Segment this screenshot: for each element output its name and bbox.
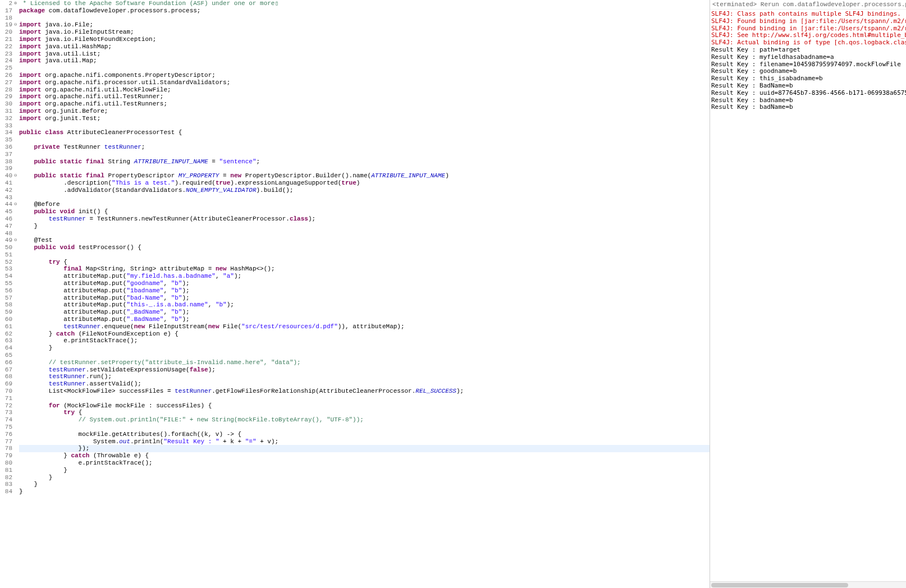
code-line[interactable]: import org.apache.nifi.util.TestRunners; [19,100,710,108]
code-line[interactable]: } [19,474,710,481]
code-line[interactable] [19,151,710,158]
code-line[interactable] [19,165,710,172]
line-number: 46 [0,215,12,223]
code-line[interactable]: public void testProcessor() { [19,244,710,251]
code-line[interactable]: } [19,467,710,474]
line-number: 55 [0,280,12,287]
code-line[interactable]: attributeMap.put("goodname", "b"); [19,280,710,287]
code-line[interactable] [19,424,710,431]
code-line[interactable]: import java.util.List; [19,50,710,58]
code-line[interactable] [19,352,710,359]
code-line[interactable] [19,194,710,201]
line-number: 63 [0,337,12,344]
code-line[interactable]: try { [19,409,710,416]
code-line[interactable]: } catch (FileNotFoundException e) { [19,330,710,338]
code-line[interactable]: List<MockFlowFile> successFiles = testRu… [19,388,710,395]
code-line[interactable]: // testRunner.setProperty("attribute_is-… [19,359,710,366]
code-line[interactable]: import org.apache.nifi.util.TestRunner; [19,93,710,100]
line-number: 71 [0,395,12,402]
code-line[interactable]: } [19,344,710,352]
code-line[interactable]: attributeMap.put("bad-Name", "b"); [19,295,710,302]
line-number: 67 [0,366,12,374]
code-line[interactable] [19,136,710,144]
code-line[interactable]: } [19,223,710,230]
code-line[interactable]: import org.apache.nifi.components.Proper… [19,72,710,79]
console-line: Result Key : uuid=877645b7-8396-4566-b17… [711,90,905,97]
code-line[interactable]: public class AttributeCleanerProcessorTe… [19,129,710,136]
code-line[interactable]: System.out.println("Result Key : " + k +… [19,438,710,445]
console-line: SLF4J: Found binding in [jar:file:/Users… [711,18,905,25]
code-line[interactable]: import java.io.FileNotFoundException; [19,36,710,43]
code-line[interactable]: import java.util.HashMap; [19,43,710,50]
code-area[interactable]: * Licensed to the Apache Software Founda… [19,0,710,588]
code-line[interactable]: } [19,488,710,495]
code-line[interactable]: } catch (Throwable e) { [19,452,710,460]
code-line[interactable]: * Licensed to the Apache Software Founda… [19,0,710,7]
line-number: 83 [0,481,12,488]
line-number: 65 [0,352,12,359]
line-number: 73 [0,409,12,416]
code-line[interactable]: e.printStackTrace(); [19,337,710,344]
code-line[interactable]: }); [19,445,710,452]
code-line[interactable] [19,15,710,22]
fold-marker-gutter[interactable]: ⊕⊖⊖⊖⊖ [13,0,19,588]
code-line[interactable] [19,230,710,237]
code-line[interactable]: @Test [19,237,710,244]
code-line[interactable]: public static final PropertyDescriptor M… [19,172,710,180]
code-line[interactable]: testRunner = TestRunners.newTestRunner(A… [19,215,710,223]
code-line[interactable]: attributeMap.put("my.field.has.a.badname… [19,273,710,280]
line-number: 41 [0,180,12,187]
code-line[interactable]: import org.junit.Before; [19,108,710,115]
code-line[interactable]: import org.apache.nifi.util.MockFlowFile… [19,86,710,94]
scrollbar-thumb[interactable] [711,583,848,587]
console-output[interactable]: SLF4J: Class path contains multiple SLF4… [710,10,906,525]
line-number: 54 [0,273,12,280]
code-line[interactable]: public void init() { [19,208,710,215]
console-panel: <terminated> Rerun com.dataflowdeveloper… [710,0,906,588]
code-line[interactable]: import org.apache.nifi.processor.util.St… [19,79,710,86]
line-number: 51 [0,251,12,259]
line-number: 40 [0,172,12,180]
code-line[interactable] [19,122,710,130]
code-line[interactable]: public static final String ATTRIBUTE_INP… [19,158,710,166]
code-line[interactable]: final Map<String, String> attributeMap =… [19,265,710,273]
code-line[interactable]: try { [19,259,710,266]
code-line[interactable]: } [19,481,710,488]
code-line[interactable]: testRunner.enqueue(new FileInputStream(n… [19,323,710,330]
code-line[interactable]: attributeMap.put("_BadName", "b"); [19,309,710,316]
code-line[interactable]: import java.io.File; [19,21,710,29]
line-number: 53 [0,265,12,273]
code-editor[interactable]: 2171819202122232425262728293031323334353… [0,0,710,588]
code-line[interactable]: attributeMap.put("1badname", "b"); [19,287,710,295]
code-line[interactable]: e.printStackTrace(); [19,460,710,467]
code-line[interactable]: // System.out.println("FILE:" + new Stri… [19,416,710,424]
horizontal-scrollbar[interactable] [710,581,906,588]
code-line[interactable]: for (MockFlowFile mockFile : successFile… [19,402,710,410]
code-line[interactable]: package com.dataflowdeveloper.processors… [19,7,710,15]
code-line[interactable] [19,395,710,402]
line-number: 61 [0,323,12,330]
line-number: 25 [0,65,12,72]
code-line[interactable] [19,251,710,259]
code-line[interactable]: private TestRunner testRunner; [19,144,710,151]
line-number: 21 [0,36,12,43]
code-line[interactable]: testRunner.run(); [19,373,710,380]
code-line[interactable]: testRunner.assertValid(); [19,380,710,388]
code-line[interactable]: import org.junit.Test; [19,115,710,122]
code-line[interactable]: testRunner.setValidateExpressionUsage(fa… [19,366,710,374]
code-line[interactable]: .description("This is a test.").required… [19,180,710,187]
code-line[interactable]: mockFile.getAttributes().forEach((k, v) … [19,431,710,438]
code-line[interactable]: attributeMap.put(".BadName", "b"); [19,316,710,323]
code-line[interactable]: .addValidator(StandardValidators.NON_EMP… [19,187,710,194]
code-line[interactable]: import java.io.FileInputStream; [19,29,710,36]
fold-toggle-icon[interactable]: ⊕ [14,0,17,6]
fold-toggle-icon[interactable]: ⊖ [14,201,17,207]
line-number: 38 [0,158,12,166]
code-line[interactable]: attributeMap.put("this-_.is.a.bad.name",… [19,301,710,309]
fold-toggle-icon[interactable]: ⊖ [14,172,17,178]
fold-toggle-icon[interactable]: ⊖ [14,237,17,243]
code-line[interactable] [19,65,710,72]
code-line[interactable]: import java.util.Map; [19,57,710,65]
code-line[interactable]: @Before [19,201,710,208]
fold-toggle-icon[interactable]: ⊖ [14,21,17,27]
